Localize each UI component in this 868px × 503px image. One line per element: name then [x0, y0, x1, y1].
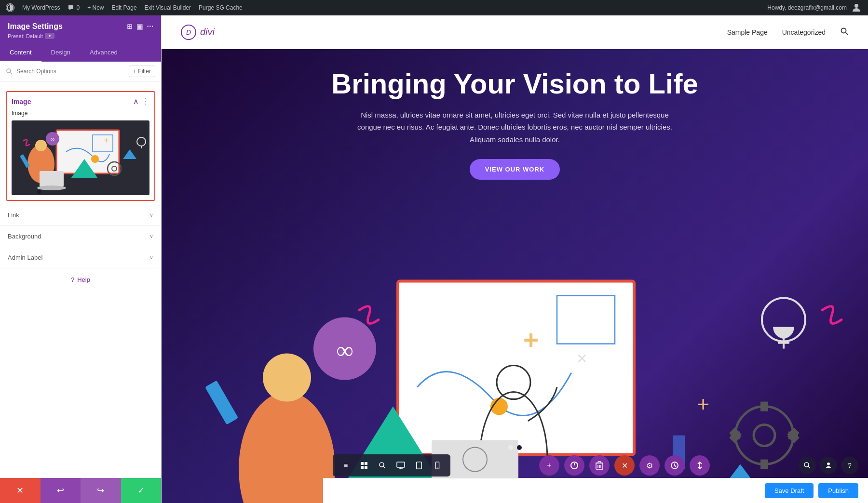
toolbar-desktop-btn[interactable] — [393, 457, 409, 474]
toolbar-right-btn2[interactable] — [820, 457, 837, 474]
admin-label-section: Admin Label ∨ — [0, 247, 161, 268]
link-section-title: Link — [8, 212, 19, 219]
divi-circle-logo: D — [181, 25, 196, 40]
toolbar-layout-btn[interactable] — [690, 455, 710, 476]
panel-icon-copy[interactable]: ⊞ — [127, 23, 133, 30]
search-bar: + Filter — [0, 62, 161, 81]
main-layout: Image Settings ⊞ ▣ ⋯ Preset: Default ✦ C… — [0, 15, 868, 503]
hero-content: Bringing Your Vision to Life Nisl massa,… — [162, 49, 868, 189]
svg-point-2 — [7, 69, 11, 73]
panel-title-row: Image Settings ⊞ ▣ ⋯ — [8, 22, 153, 31]
svg-point-72 — [437, 467, 438, 468]
toolbar-close-btn[interactable]: ✕ — [614, 455, 635, 476]
background-section-title: Background — [8, 233, 41, 240]
admin-bar-my-wordpress[interactable]: My WordPress — [22, 4, 60, 11]
dot-2 — [517, 445, 522, 450]
admin-bar-edit-page[interactable]: Edit Page — [112, 4, 137, 11]
svg-point-23 — [37, 190, 41, 194]
hero-cta-button[interactable]: VIEW OUR WORK — [470, 159, 560, 180]
toolbar-menu-btn[interactable]: ≡ — [338, 457, 354, 474]
save-publish-bar: Save Draft Publish — [323, 478, 868, 503]
link-section-header[interactable]: Link ∨ — [0, 205, 161, 225]
toolbar-history-btn[interactable] — [665, 455, 685, 476]
panel-content: Image ∧ ⋮ Image — [0, 81, 161, 478]
svg-line-84 — [808, 466, 810, 468]
search-icon — [6, 68, 13, 75]
panel-icon-more[interactable]: ⋯ — [147, 23, 153, 30]
toolbar-power-btn[interactable] — [564, 455, 584, 476]
svg-point-17 — [37, 185, 66, 190]
divi-text-logo: divi — [200, 26, 215, 38]
admin-bar-comments[interactable]: 0 — [68, 4, 80, 11]
link-section: Link ∨ — [0, 205, 161, 226]
search-options-input[interactable] — [16, 68, 125, 75]
image-section-collapse[interactable]: ∧ — [133, 97, 139, 106]
nav-sample-page[interactable]: Sample Page — [727, 28, 768, 36]
help-section[interactable]: ? Help — [0, 268, 161, 291]
filter-button[interactable]: + Filter — [129, 66, 155, 77]
svg-text:∞: ∞ — [51, 136, 55, 143]
admin-label-section-title: Admin Label — [8, 254, 42, 261]
svg-point-70 — [419, 467, 420, 468]
svg-point-32 — [263, 354, 311, 402]
panel-tabs: Content Design Advanced — [0, 44, 161, 62]
image-section-title: Image — [12, 98, 31, 106]
svg-point-24 — [841, 28, 846, 33]
admin-bar-right: Howdy, deezgrafix@gmail.com — [767, 2, 862, 13]
svg-point-43 — [754, 425, 775, 446]
link-chevron-icon: ∨ — [149, 212, 153, 218]
toolbar-settings-btn[interactable]: ⚙ — [639, 455, 660, 476]
image-preview[interactable]: ∞ + — [12, 120, 149, 195]
toolbar-help-btn[interactable]: ? — [841, 457, 858, 474]
background-section-header[interactable]: Background ∨ — [0, 226, 161, 247]
svg-rect-44 — [760, 402, 768, 411]
svg-text:✕: ✕ — [576, 351, 587, 366]
content-area: D divi Sample Page Uncategorized Bringin… — [162, 15, 868, 503]
cancel-button[interactable]: ✕ — [0, 478, 41, 503]
toolbar-trash-btn[interactable] — [589, 455, 610, 476]
admin-label-section-header[interactable]: Admin Label ∨ — [0, 247, 161, 268]
svg-rect-26 — [398, 281, 634, 455]
svg-point-7 — [91, 155, 99, 163]
admin-bar-exit-visual-builder[interactable]: Exit Visual Builder — [145, 4, 191, 11]
toolbar-grid-btn[interactable] — [356, 457, 372, 474]
save-draft-button[interactable]: Save Draft — [765, 483, 814, 498]
admin-label-chevron-icon: ∨ — [149, 254, 153, 261]
panel-title-icons: ⊞ ▣ ⋯ — [127, 23, 153, 30]
svg-line-65 — [383, 466, 385, 468]
undo-button[interactable]: ↩ — [41, 478, 81, 503]
wp-logo[interactable] — [6, 3, 14, 12]
preset-badge[interactable]: ✦ — [45, 33, 54, 39]
left-panel: Image Settings ⊞ ▣ ⋯ Preset: Default ✦ C… — [0, 15, 162, 503]
toolbar-mobile-btn[interactable] — [429, 457, 446, 474]
tab-design[interactable]: Design — [41, 44, 80, 62]
hero-description: Nisl massa, ultrices vitae ornare sit am… — [351, 109, 679, 146]
confirm-button[interactable]: ✓ — [121, 478, 162, 503]
background-section: Background ∨ — [0, 226, 161, 247]
tab-content[interactable]: Content — [0, 44, 41, 62]
redo-button[interactable]: ↪ — [81, 478, 121, 503]
panel-icon-settings[interactable]: ▣ — [136, 23, 143, 30]
svg-rect-62 — [361, 466, 364, 469]
admin-bar: My WordPress 0 + New Edit Page Exit Visu… — [0, 0, 868, 15]
nav-search-icon[interactable] — [840, 27, 849, 38]
svg-rect-66 — [397, 462, 405, 467]
svg-text:+: + — [104, 135, 109, 146]
toolbar-tablet-btn[interactable] — [411, 457, 427, 474]
admin-bar-purge-cache[interactable]: Purge SG Cache — [199, 4, 243, 11]
toolbar-center: + ✕ ⚙ — [539, 455, 710, 476]
publish-button[interactable]: Publish — [818, 483, 858, 498]
nav-uncategorized[interactable]: Uncategorized — [782, 28, 826, 36]
admin-bar-new[interactable]: + New — [87, 4, 104, 11]
help-label: Help — [77, 276, 90, 283]
svg-text:∞: ∞ — [336, 337, 353, 364]
dot-1 — [508, 445, 513, 450]
toolbar-add-btn[interactable]: + — [539, 455, 559, 476]
tab-advanced[interactable]: Advanced — [80, 44, 127, 62]
dot-indicator — [508, 445, 522, 450]
toolbar-search-btn[interactable] — [374, 457, 391, 474]
image-section-menu[interactable]: ⋮ — [142, 97, 149, 106]
image-section-card: Image ∧ ⋮ Image — [6, 91, 155, 201]
toolbar-right-search-btn[interactable] — [799, 457, 816, 474]
image-field-label: Image — [12, 110, 149, 117]
